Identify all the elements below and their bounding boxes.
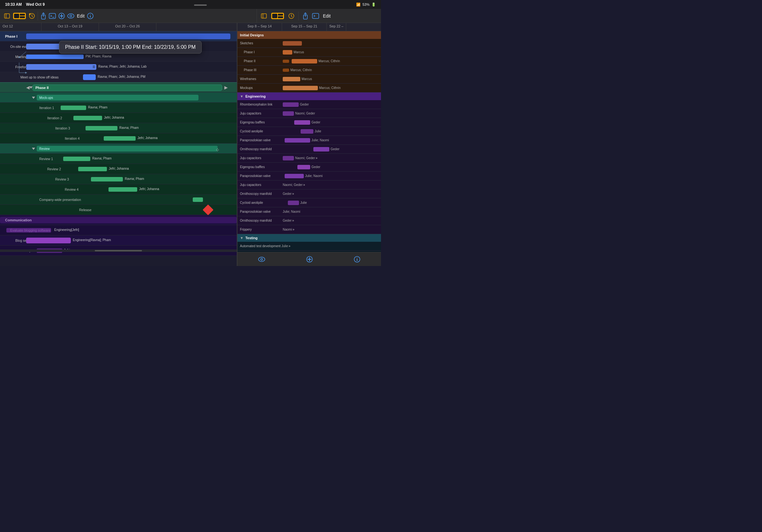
orni3-label: Ornithoscopy manifold (240, 219, 281, 222)
cycloid1-bar[interactable] (301, 129, 313, 134)
rp-phase3-bar[interactable] (283, 69, 289, 72)
iteration2-bar[interactable] (73, 116, 102, 120)
history-button[interactable] (29, 13, 35, 19)
info-button-left[interactable] (87, 13, 94, 19)
mockups-rp-bar[interactable] (283, 86, 318, 90)
testing-header: ▼ Testing (237, 234, 381, 242)
juju2-res: Naomi; Geder (295, 156, 315, 160)
juju3-label: Juju capacitors (240, 183, 281, 187)
back-button-right[interactable] (261, 13, 267, 19)
para1-bar[interactable] (285, 138, 310, 143)
orni2-row: Ornithoscopy manifold Geder » (237, 189, 381, 198)
share-button-right[interactable] (302, 13, 308, 20)
blogsetup-bar[interactable] (26, 237, 71, 243)
juju1-bar[interactable] (283, 111, 294, 116)
eigengrau2-bar[interactable] (297, 165, 310, 169)
para2-bar[interactable] (285, 174, 304, 178)
eye-button-bottom[interactable] (258, 257, 265, 262)
date-oct12: Oct 12 (0, 23, 41, 31)
gantt-scrollbar[interactable] (0, 249, 237, 252)
task-meetup-label: Meet up to show off ideas (18, 75, 58, 79)
rhomben-row: Rhombencephalon link Geder (237, 100, 381, 109)
add-button-bottom[interactable] (306, 256, 313, 262)
back-button[interactable] (4, 13, 10, 19)
rp-phase2-bar[interactable] (283, 60, 289, 63)
history-button-right[interactable] (288, 13, 294, 19)
blogging-row: Evaluate blogging software Engineering[J… (0, 225, 237, 235)
orni3-overflow: » (292, 219, 294, 222)
iteration4-res: Jefri; Johanna (137, 136, 158, 140)
cycloid2-bar[interactable] (288, 201, 299, 205)
phase2-right-arrow[interactable]: ▶ (224, 85, 228, 90)
iteration3-label: Iteration 3 (53, 126, 70, 130)
eigengrau1-res: Geder (311, 120, 320, 124)
autotest-label: Automated test development (240, 244, 281, 248)
edit-button-right[interactable]: Edit (323, 13, 331, 19)
review3-bar[interactable] (91, 177, 123, 181)
meeting-resources: PM; Pham; Ravna (86, 54, 112, 58)
review4-row: Review 4 Jefri; Johanna (0, 184, 237, 195)
engineering-expand[interactable]: ▼ (240, 95, 244, 98)
svg-rect-26 (312, 13, 319, 19)
terminal-button[interactable] (49, 13, 56, 19)
iteration1-bar[interactable] (61, 105, 86, 110)
review1-bar[interactable] (63, 157, 90, 161)
phase2-bar[interactable]: Phase II (33, 85, 222, 91)
review2-bar[interactable] (78, 167, 107, 171)
layout-button[interactable] (13, 13, 26, 20)
blogging-bar[interactable] (6, 228, 51, 233)
phase2-row[interactable]: ◀ Phase II ▶ (0, 82, 237, 93)
iteration2-row: Iteration 2 Jefri; Johanna (0, 113, 237, 123)
mockups-bar[interactable]: Mock-ups (37, 95, 198, 100)
testing-expand[interactable]: ▼ (240, 236, 244, 240)
rhomben-bar[interactable] (283, 102, 299, 107)
eigengrau1-bar[interactable] (294, 120, 310, 125)
orni1-bar[interactable] (313, 147, 329, 152)
mockups-rp-row: Mockups Marcus; Cithrin (237, 84, 381, 93)
autotest-row: Automated test development Julie » (237, 242, 381, 251)
autotest-overflow: » (289, 244, 291, 248)
freeform-bar[interactable]: ☰ (26, 64, 96, 70)
info-button-bottom[interactable] (354, 256, 360, 262)
meetup-bar[interactable] (83, 74, 96, 80)
review4-res: Jefri; Johanna (139, 187, 159, 191)
iteration3-bar[interactable] (86, 126, 117, 130)
para1-row: Paraprosdokian valve Julie; Naomi (237, 136, 381, 145)
task-freeform: Freeform Prototyping ☰ Ravna; Pham; Jefr… (0, 62, 237, 72)
rp-phase1-row: Phase I Marcus (237, 48, 381, 57)
rp-phase1-bar[interactable] (283, 50, 292, 54)
meeting-bar[interactable] (26, 54, 84, 59)
orni2-res: Geder (283, 192, 292, 195)
svg-point-17 (90, 14, 91, 15)
layout-button-right[interactable] (271, 13, 284, 20)
sketches-bar[interactable] (283, 41, 302, 46)
terminal-button-right[interactable] (312, 13, 319, 19)
review-end-tri: ◇ (216, 147, 219, 152)
mockups-expand[interactable] (32, 95, 36, 100)
orni3-row: Ornithoscopy manifold Geder » (237, 216, 381, 225)
share-button[interactable] (40, 13, 46, 20)
review4-bar[interactable] (109, 187, 137, 192)
juju2-bar[interactable] (283, 156, 294, 161)
release-row: Release (0, 205, 237, 215)
iteration2-res: Jefri; Johanna (104, 116, 124, 119)
rp-phase3-label: Phase III (240, 68, 281, 72)
eye-button-left[interactable] (67, 13, 74, 19)
mockups-rp-label: Mockups (240, 86, 281, 90)
presentation-bar[interactable] (193, 197, 203, 202)
iteration2-label: Iteration 2 (45, 116, 62, 120)
iteration4-bar[interactable] (104, 136, 136, 141)
svg-rect-5 (20, 16, 25, 18)
review-expand[interactable] (32, 146, 36, 152)
review1-row: Review 1 Ravna; Pham (0, 154, 237, 164)
wireframes-bar[interactable] (283, 77, 300, 81)
review-bar[interactable]: Review (37, 146, 218, 152)
iteration1-row: Iteration 1 Ravna; Pham (0, 103, 237, 113)
scrollbar-thumb[interactable] (95, 250, 142, 251)
sketches-label: Sketches (240, 41, 281, 45)
phase1-row[interactable]: Phase I (0, 31, 237, 41)
edit-button-left[interactable]: Edit (77, 13, 85, 19)
svg-point-31 (261, 258, 263, 260)
rp-phase2-bar2[interactable] (292, 59, 317, 63)
add-button-left[interactable] (58, 13, 65, 19)
